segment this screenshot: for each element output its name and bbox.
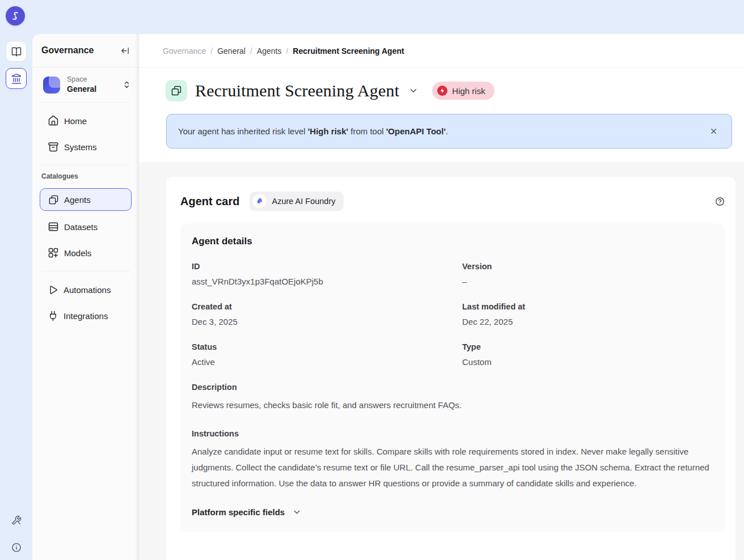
sidebar-item-label: Home: [64, 116, 87, 126]
tools-icon[interactable]: [11, 515, 22, 525]
sidebar-item-datasets[interactable]: Datasets: [40, 214, 132, 239]
azure-ai-foundry-icon: [253, 194, 267, 208]
banner-close-icon[interactable]: [707, 125, 720, 138]
copy-icon: [48, 194, 59, 205]
banner-tool-name: 'OpenAPI Tool': [386, 126, 446, 136]
sidebar-item-models[interactable]: Models: [40, 240, 132, 265]
help-circle-icon[interactable]: [715, 197, 725, 206]
title-chevron-down-icon[interactable]: [408, 86, 418, 96]
sidebar-collapse-icon[interactable]: [120, 46, 130, 56]
breadcrumb-current: Recruitment Screening Agent: [293, 46, 404, 56]
banner-text: Your agent has inherited risk level 'Hig…: [178, 126, 448, 136]
content-area: Agent card Azure AI Foundry: [139, 162, 744, 560]
space-selector[interactable]: Space General: [32, 67, 139, 102]
banner-risk-level: 'High risk': [308, 126, 348, 136]
sidebar: Governance Space General: [32, 34, 139, 560]
agent-card-title: Agent card: [180, 195, 239, 208]
info-icon[interactable]: [11, 542, 22, 553]
agent-details-panel: Agent details ID asst_VRnDt3yx1p3FqatOEj…: [180, 223, 725, 532]
breadcrumb-separator: /: [286, 46, 288, 56]
risk-badge-label: High risk: [452, 86, 485, 96]
breadcrumb: Governance / General / Agents / Recruitm…: [139, 34, 744, 68]
space-value: General: [67, 84, 116, 95]
platform-badge-label: Azure AI Foundry: [272, 197, 335, 206]
space-avatar: [43, 77, 60, 94]
topbar: [0, 0, 744, 34]
app-panel: Governance Space General: [32, 34, 744, 560]
sidebar-item-label: Agents: [64, 195, 91, 205]
grid-plus-icon: [48, 247, 59, 258]
breadcrumb-link-governance[interactable]: Governance: [163, 46, 206, 56]
risk-inherited-banner: Your agent has inherited risk level 'Hig…: [166, 114, 732, 149]
governance-button[interactable]: [6, 68, 27, 89]
sidebar-item-agents[interactable]: Agents: [40, 188, 132, 211]
sidebar-item-label: Models: [64, 248, 91, 258]
breadcrumb-link-general[interactable]: General: [217, 46, 246, 56]
field-last-modified-at: Last modified at Dec 22, 2025: [462, 302, 713, 326]
book-open-icon: [11, 46, 22, 57]
docs-button[interactable]: [6, 41, 27, 62]
field-id: ID asst_VRnDt3yx1p3FqatOEjoKPj5b: [192, 262, 462, 286]
home-icon: [48, 115, 59, 126]
zap-risk-icon: [437, 86, 447, 96]
sidebar-item-automations[interactable]: Automations: [40, 277, 132, 302]
breadcrumb-separator: /: [210, 46, 213, 56]
breadcrumb-link-agents[interactable]: Agents: [257, 46, 282, 56]
agent-card: Agent card Azure AI Foundry: [166, 177, 735, 560]
sidebar-title: Governance: [41, 45, 94, 56]
field-version: Version –: [462, 262, 713, 286]
plug-icon: [48, 311, 58, 321]
sidebar-item-label: Systems: [64, 142, 97, 152]
bank-icon: [11, 73, 22, 84]
sidebar-item-home[interactable]: Home: [40, 108, 132, 133]
agent-details-heading: Agent details: [192, 236, 713, 247]
field-created-at: Created at Dec 3, 2025: [192, 302, 462, 326]
archive-icon: [48, 141, 59, 152]
main-content: Governance / General / Agents / Recruitm…: [139, 34, 744, 560]
sidebar-item-label: Integrations: [64, 311, 108, 321]
sidebar-item-label: Automations: [64, 285, 111, 295]
database-icon: [48, 221, 59, 232]
chevrons-up-down-icon: [122, 80, 131, 89]
catalogues-section-label: Catalogues: [32, 166, 139, 185]
platform-specific-fields-label: Platform specific fields: [192, 507, 285, 517]
page-title: Recruitment Screening Agent: [195, 81, 399, 100]
breadcrumb-separator: /: [250, 46, 252, 56]
risk-badge: High risk: [432, 82, 494, 100]
play-icon: [48, 285, 58, 295]
space-label: Space: [67, 75, 116, 84]
sidebar-item-label: Datasets: [64, 222, 98, 232]
left-rail: [0, 34, 32, 560]
agent-type-icon: [166, 80, 187, 101]
platform-badge: Azure AI Foundry: [250, 192, 343, 211]
platform-specific-fields-toggle[interactable]: Platform specific fields: [192, 507, 713, 517]
field-description: Description Reviews resumes, checks basi…: [192, 383, 713, 413]
chevron-down-icon: [292, 507, 302, 517]
field-status: Status Active: [192, 342, 462, 367]
sidebar-item-systems[interactable]: Systems: [40, 134, 132, 159]
field-instructions: Instructions Analyze candidate input or …: [192, 429, 713, 491]
field-type: Type Custom: [462, 342, 713, 367]
brand-logo-icon[interactable]: [6, 6, 25, 26]
sidebar-item-integrations[interactable]: Integrations: [40, 303, 132, 328]
